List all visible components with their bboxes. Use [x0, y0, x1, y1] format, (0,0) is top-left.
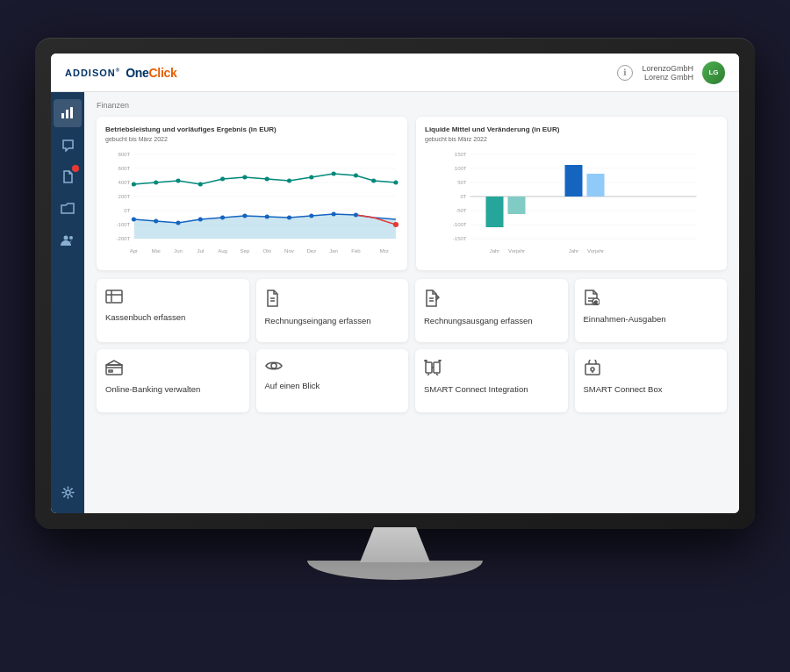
svg-point-101 — [439, 360, 441, 361]
svg-point-41 — [242, 214, 247, 218]
right-chart-subtitle: gebucht bis März 2022 — [425, 136, 718, 142]
svg-text:Mai: Mai — [152, 248, 161, 254]
monitor-bezel: ADDISON® OneClick ℹ LorenzoGmbH Lorenz G… — [35, 38, 755, 529]
svg-rect-98 — [434, 362, 440, 373]
sidebar-item-users[interactable] — [54, 225, 82, 254]
left-chart-title: Betriebsleistung und vorläufiges Ergebni… — [105, 125, 399, 134]
right-chart-svg: 150T 100T 50T 0T -50T -100T -150T — [425, 147, 718, 261]
rechnungseingang-icon — [265, 290, 279, 311]
info-icon[interactable]: ℹ — [617, 65, 633, 81]
svg-point-5 — [66, 490, 70, 495]
svg-point-40 — [220, 216, 225, 220]
document-badge — [72, 165, 79, 172]
action-grid-row1: Kassenbuch erfassen — [97, 279, 727, 342]
svg-text:0T: 0T — [124, 208, 130, 213]
svg-rect-75 — [508, 197, 526, 214]
svg-text:Jahr: Jahr — [569, 248, 579, 254]
smart-connect-label: SMART Connect Integration — [424, 384, 528, 395]
logo-text: OneClick — [126, 66, 176, 80]
svg-point-31 — [309, 175, 313, 180]
svg-point-46 — [354, 213, 358, 218]
banking-label: Online-Banking verwalten — [105, 384, 200, 395]
banking-icon — [105, 360, 123, 379]
svg-point-103 — [591, 368, 594, 371]
monitor-wrapper: ADDISON® OneClick ℹ LorenzoGmbH Lorenz G… — [35, 38, 755, 634]
rechnungsausgang-label: Rechnungsausgang erfassen — [424, 316, 533, 326]
svg-point-45 — [332, 212, 336, 217]
svg-text:-50T: -50T — [456, 208, 467, 213]
monitor-screen: ADDISON® OneClick ℹ LorenzoGmbH Lorenz G… — [51, 54, 739, 513]
svg-point-27 — [220, 177, 225, 182]
svg-text:Nov: Nov — [284, 248, 294, 254]
svg-text:600T: 600T — [118, 166, 131, 171]
svg-point-35 — [393, 181, 398, 185]
svg-rect-76 — [565, 165, 583, 197]
svg-rect-77 — [587, 174, 605, 197]
svg-text:Vorjahr: Vorjahr — [587, 248, 604, 254]
svg-point-44 — [309, 214, 313, 218]
content-area: Finanzen Betriebsleistung und vorläufige… — [84, 92, 739, 513]
kassenbuch-label: Kassenbuch erfassen — [105, 312, 185, 323]
svg-text:Dez: Dez — [306, 248, 316, 254]
svg-text:50T: 50T — [457, 180, 467, 185]
svg-point-33 — [354, 174, 358, 178]
svg-text:Jun: Jun — [174, 248, 183, 254]
smart-box-icon — [584, 360, 601, 379]
svg-rect-1 — [66, 110, 68, 118]
svg-text:100T: 100T — [455, 166, 467, 171]
header-right: ℹ LorenzoGmbH Lorenz GmbH LG — [617, 61, 725, 84]
svg-text:Sep: Sep — [241, 248, 250, 254]
svg-rect-97 — [426, 362, 432, 373]
logo-addison: ADDISON® — [65, 68, 120, 78]
action-card-einnahmen[interactable]: € Einnahmen-Ausgaben — [575, 279, 728, 342]
svg-marker-21 — [133, 214, 396, 239]
left-chart-svg: 800T 600T 400T 200T 0T -100T -200T — [105, 147, 399, 261]
rechnungsausgang-icon — [424, 290, 440, 311]
svg-rect-95 — [109, 370, 112, 372]
svg-rect-102 — [585, 364, 600, 375]
svg-text:Apr: Apr — [130, 248, 138, 254]
action-card-smart-box[interactable]: SMART Connect Box — [575, 349, 728, 412]
svg-text:-150T: -150T — [453, 236, 467, 241]
blick-icon — [265, 360, 283, 375]
sidebar-item-chart[interactable] — [54, 99, 82, 127]
right-chart-area: 150T 100T 50T 0T -50T -100T -150T — [425, 147, 718, 261]
svg-point-28 — [242, 175, 247, 180]
einnahmen-label: Einnahmen-Ausgaben — [584, 314, 666, 325]
svg-rect-2 — [70, 107, 73, 118]
svg-point-30 — [287, 179, 291, 183]
sidebar — [51, 92, 84, 513]
smart-connect-icon — [424, 360, 442, 379]
svg-text:200T: 200T — [118, 194, 131, 199]
action-card-banking[interactable]: Online-Banking verwalten — [97, 349, 249, 412]
monitor-base — [307, 561, 483, 580]
sidebar-item-settings[interactable] — [54, 478, 82, 506]
action-card-kassenbuch[interactable]: Kassenbuch erfassen — [97, 279, 249, 342]
action-card-blick[interactable]: Auf einen Blick — [256, 349, 409, 412]
action-card-rechnungseingang[interactable]: Rechnungseingang erfassen — [256, 279, 409, 342]
user-info: LorenzoGmbH Lorenz GmbH — [642, 64, 693, 82]
svg-text:150T: 150T — [455, 152, 467, 157]
right-chart-title: Liquide Mittel und Veränderung (in EUR) — [425, 125, 718, 134]
action-card-smart-connect[interactable]: SMART Connect Integration — [415, 349, 568, 412]
sidebar-item-document[interactable] — [54, 162, 82, 190]
svg-point-24 — [154, 181, 158, 185]
smart-box-label: SMART Connect Box — [584, 384, 663, 395]
svg-point-37 — [154, 219, 158, 224]
blick-label: Auf einen Blick — [265, 381, 320, 391]
svg-point-100 — [425, 360, 427, 361]
svg-point-32 — [332, 172, 336, 176]
svg-text:Feb: Feb — [351, 248, 361, 254]
svg-point-36 — [132, 218, 136, 222]
svg-text:400T: 400T — [118, 180, 131, 185]
svg-point-25 — [176, 179, 180, 183]
svg-text:Aug: Aug — [218, 248, 227, 254]
svg-point-42 — [265, 215, 269, 219]
sidebar-item-folder[interactable] — [54, 194, 82, 222]
sidebar-item-chat[interactable] — [54, 131, 82, 159]
action-card-rechnungsausgang[interactable]: Rechnungsausgang erfassen — [415, 279, 568, 342]
svg-point-38 — [176, 221, 180, 225]
user-avatar[interactable]: LG — [702, 61, 725, 84]
svg-text:Jahr: Jahr — [490, 248, 500, 254]
left-chart-subtitle: gebucht bis März 2022 — [105, 136, 399, 142]
